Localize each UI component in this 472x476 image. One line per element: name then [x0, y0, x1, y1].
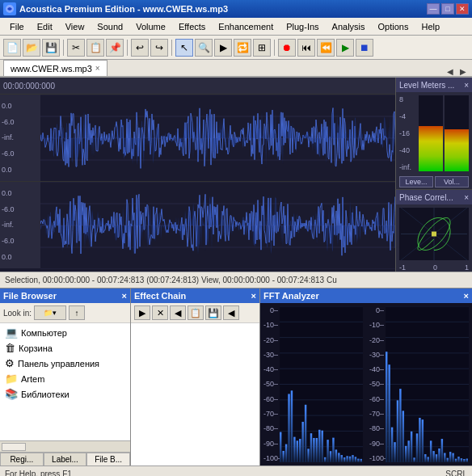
- meter-bars: [419, 95, 469, 171]
- tab-file-browser[interactable]: File B...: [86, 453, 130, 465]
- browser-list: 💻 Компьютер 🗑 Корзина ⚙ Панель управлени…: [0, 323, 130, 440]
- fft-close[interactable]: ×: [464, 291, 469, 301]
- library-icon: 📚: [5, 388, 18, 400]
- play-button[interactable]: ▶: [214, 39, 232, 57]
- close-button[interactable]: ✕: [456, 3, 469, 15]
- fft-title: FFT Analyzer: [263, 291, 319, 301]
- footer: For Help, press F1 SCRL: [0, 465, 472, 476]
- fft-analyzer-panel: FFT Analyzer × 0– -10– -20– -30– -40– -5…: [260, 289, 472, 465]
- save-button[interactable]: 💾: [42, 39, 60, 57]
- level-meters-header: Level Meters ... ×: [396, 78, 472, 92]
- file-browser-close[interactable]: ×: [122, 291, 127, 301]
- stop-button[interactable]: ⏹: [356, 39, 373, 57]
- phase-label-right: 1: [465, 263, 469, 272]
- menu-edit[interactable]: Edit: [31, 20, 59, 33]
- level-button[interactable]: Leve...: [399, 176, 433, 187]
- browser-toolbar: Look in: 📁▾ ↑: [0, 303, 130, 323]
- meter-bar-left-fill: [419, 126, 443, 171]
- browser-scrollbar[interactable]: [0, 440, 130, 452]
- menu-options[interactable]: Options: [372, 20, 415, 33]
- timecode-display: 00:00:000:000: [3, 82, 55, 91]
- effect-add-button[interactable]: ▶: [134, 305, 150, 320]
- prev-button[interactable]: ⏪: [317, 39, 335, 57]
- phase-display: [399, 208, 469, 260]
- effect-copy-button[interactable]: 📋: [188, 305, 204, 320]
- playmain-button[interactable]: ▶: [336, 39, 354, 57]
- toolbar: 📄 📂 💾 ✂ 📋 📌 ↩ ↪ ↖ 🔍 ▶ 🔁 ⊞ ⏺ ⏮ ⏪ ▶ ⏹: [0, 36, 472, 60]
- menu-bar: File Edit View Sound Volume Effects Enha…: [0, 18, 472, 36]
- menu-enhancement[interactable]: Enhancement: [212, 20, 280, 33]
- effect-save-button[interactable]: 💾: [205, 305, 221, 320]
- zoom-button[interactable]: 🔍: [195, 39, 213, 57]
- effect-chain-titlebar: Effect Chain ×: [131, 289, 259, 303]
- audio-tab[interactable]: www.CWER.ws.mp3 ×: [3, 60, 107, 76]
- footer-scrl: SCRL: [445, 470, 467, 476]
- volume-button[interactable]: Vol...: [435, 176, 469, 187]
- record-button[interactable]: ⏺: [278, 39, 296, 57]
- fft-scale-right: 0– -10– -20– -30– -40– -50– -60– -70– -8…: [369, 306, 386, 462]
- select-button[interactable]: ↖: [175, 39, 193, 57]
- effect-chain-close[interactable]: ×: [251, 291, 256, 301]
- location-dropdown[interactable]: 📁▾: [34, 305, 66, 320]
- phase-labels: -1 0 1: [396, 263, 472, 272]
- maximize-button[interactable]: □: [441, 3, 454, 15]
- grid-button[interactable]: ⊞: [253, 39, 271, 57]
- minimize-button[interactable]: —: [427, 3, 440, 15]
- tab-navigation: ◀ ▶: [445, 67, 469, 76]
- open-button[interactable]: 📂: [23, 39, 40, 57]
- menu-analysis[interactable]: Analysis: [326, 20, 372, 33]
- fft-canvas-right: [386, 306, 469, 462]
- level-meters-close[interactable]: ×: [464, 81, 469, 90]
- menu-plugins[interactable]: Plug-Ins: [280, 20, 325, 33]
- cut-button[interactable]: ✂: [67, 39, 85, 57]
- paste-button[interactable]: 📌: [106, 39, 124, 57]
- phase-corr-panel: Phase Correl... × -1 0 1: [395, 189, 472, 272]
- computer-icon: 💻: [5, 326, 18, 339]
- fft-channel-right: 0– -10– -20– -30– -40– -50– -60– -70– -8…: [369, 306, 469, 462]
- tab-prev-button[interactable]: ◀: [445, 67, 456, 76]
- footer-help-text: For Help, press F1: [5, 470, 72, 476]
- tab-registry[interactable]: Regi...: [0, 453, 44, 465]
- back-button[interactable]: ⏮: [297, 39, 315, 57]
- list-item[interactable]: 💻 Компьютер: [0, 325, 130, 340]
- menu-view[interactable]: View: [59, 20, 91, 33]
- copy-button[interactable]: 📋: [86, 39, 104, 57]
- sep3: [171, 40, 172, 56]
- effect-remove-button[interactable]: ✕: [152, 305, 168, 320]
- effect-prev-button[interactable]: ◀: [223, 305, 239, 320]
- menu-file[interactable]: File: [3, 20, 31, 33]
- phase-corr-title: Phase Correl...: [399, 193, 453, 202]
- phase-corr-close[interactable]: ×: [464, 193, 469, 202]
- new-button[interactable]: 📄: [3, 39, 21, 57]
- list-item[interactable]: ⚙ Панель управления: [0, 356, 130, 371]
- loop-button[interactable]: 🔁: [234, 39, 251, 57]
- redo-button[interactable]: ↪: [150, 39, 168, 57]
- effect-up-button[interactable]: ◀: [170, 305, 186, 320]
- browser-tabs: Regi... Label... File B...: [0, 452, 130, 465]
- channel2-label: 0.0 -6.0 -inf. -6.0 0.0: [0, 182, 40, 268]
- effect-chain-title: Effect Chain: [134, 291, 186, 301]
- list-item[interactable]: 📁 Artem: [0, 371, 130, 386]
- menu-help[interactable]: Help: [415, 20, 446, 33]
- list-item[interactable]: 🗑 Корзина: [0, 340, 130, 356]
- menu-volume[interactable]: Volume: [129, 20, 172, 33]
- phase-corr-header: Phase Correl... ×: [396, 190, 472, 204]
- menu-effects[interactable]: Effects: [172, 20, 212, 33]
- item-label: Artem: [21, 374, 44, 384]
- list-item[interactable]: 📚 Библиотеки: [0, 386, 130, 402]
- file-browser-panel: File Browser × Look in: 📁▾ ↑ 💻 Компьютер…: [0, 289, 131, 465]
- tab-close-button[interactable]: ×: [95, 64, 100, 73]
- scroll-thumb[interactable]: [2, 443, 26, 451]
- meter-scale: 8 -4 -16 -40 -inf.: [399, 95, 415, 171]
- meter-bar-left: [419, 95, 443, 171]
- waveform-container[interactable]: 00:00:000:000 0.0 -6.0 -inf. -6.0 0.0 0.…: [0, 78, 395, 272]
- right-panels: Level Meters ... × 8 -4 -16 -40 -inf.: [395, 78, 472, 272]
- undo-button[interactable]: ↩: [131, 39, 149, 57]
- menu-sound[interactable]: Sound: [91, 20, 129, 33]
- app-icon: [3, 2, 16, 15]
- meter-display: 8 -4 -16 -40 -inf.: [396, 92, 472, 175]
- tab-next-button[interactable]: ▶: [457, 67, 469, 76]
- tab-label[interactable]: Label...: [44, 453, 87, 465]
- channel1: 0.0 -6.0 -inf. -6.0 0.0: [0, 94, 395, 181]
- go-up-button[interactable]: ↑: [69, 305, 85, 320]
